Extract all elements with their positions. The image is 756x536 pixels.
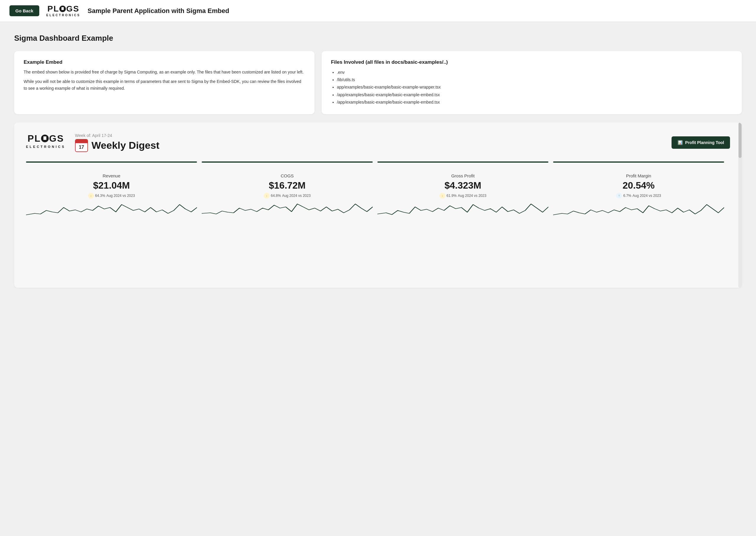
divider-1: [26, 161, 197, 163]
embed-logo-subtitle: ELECTRONICS: [26, 145, 66, 149]
example-embed-body: The embed shown below is provided free o…: [24, 69, 305, 91]
sparkline: [377, 202, 548, 219]
embed-week-label: Week of: April 17-24: [75, 133, 662, 138]
metric-value: 20.54%: [623, 180, 655, 191]
metric-card-profit-margin: Profit Margin 20.54% ↑ 6.7% Aug 2024 vs …: [553, 171, 724, 222]
profit-tool-icon: 📊: [677, 140, 683, 145]
sparkline: [26, 202, 197, 219]
calendar-day-number: 17: [76, 143, 87, 151]
metric-label: Profit Margin: [626, 173, 651, 178]
metric-value: $4.323M: [444, 180, 481, 191]
logo-gs: GS: [66, 5, 79, 13]
logo-plug-icon: [59, 6, 66, 12]
file-list-item: .env: [337, 69, 732, 76]
calendar-top-bar: [76, 140, 87, 143]
file-list-item: /lib/utils.ts: [337, 76, 732, 84]
change-badge: ↓: [439, 193, 445, 199]
profit-planning-tool-button[interactable]: 📊 Profit Planning Tool: [671, 136, 730, 149]
embed-digest-area: Week of: April 17-24 17 Weekly Digest: [75, 133, 662, 152]
metric-value: $21.04M: [93, 180, 130, 191]
logo-pl: PL: [48, 5, 59, 13]
embed-digest-title-row: 17 Weekly Digest: [75, 139, 662, 152]
file-list-item: /app/examples/basic-example/basic-exampl…: [337, 99, 732, 106]
scrollbar[interactable]: [738, 122, 742, 288]
embed-logo-plug-icon: [41, 135, 49, 142]
change-badge: ↓: [88, 193, 94, 199]
embed-digest-label: Weekly Digest: [91, 140, 159, 151]
main-content: Sigma Dashboard Example Example Embed Th…: [0, 22, 756, 300]
change-badge: ↑: [616, 193, 622, 199]
logo-wordmark: PLGS: [48, 5, 80, 13]
example-embed-p2: While you will not be able to customize …: [24, 78, 305, 91]
metric-change: ↑ 6.7% Aug 2024 vs 2023: [616, 193, 661, 199]
metric-label: Gross Profit: [451, 173, 475, 178]
change-badge: ↓: [264, 193, 270, 199]
metric-label: Revenue: [102, 173, 120, 178]
change-percent: 6.7%: [623, 194, 631, 198]
sparkline: [202, 202, 373, 219]
metric-card-cogs: COGS $16.72M ↓ 64.8% Aug 2024 vs 2023: [202, 171, 373, 222]
files-list: .env/lib/utils.tsapp/examples/basic-exam…: [331, 69, 732, 106]
embed-header: PLGS ELECTRONICS Week of: April 17-24 17…: [26, 133, 730, 152]
header: Go Back PLGS ELECTRONICS Sample Parent A…: [0, 0, 756, 22]
embed-logo-pl: PL: [27, 133, 41, 144]
embed-panel: PLGS ELECTRONICS Week of: April 17-24 17…: [14, 122, 742, 288]
profit-tool-label: Profit Planning Tool: [685, 140, 724, 145]
dividers-row: [26, 161, 730, 163]
change-period: Aug 2024 vs 2023: [282, 194, 311, 198]
metric-change: ↓ 64.3% Aug 2024 vs 2023: [88, 193, 135, 199]
metrics-row: Revenue $21.04M ↓ 64.3% Aug 2024 vs 2023…: [26, 171, 730, 222]
files-card-title: Files Involved (all files in docs/basic-…: [331, 59, 732, 65]
metric-change: ↓ 64.8% Aug 2024 vs 2023: [264, 193, 311, 199]
metric-value: $16.72M: [269, 180, 306, 191]
change-percent: 64.8%: [271, 194, 281, 198]
divider-2: [202, 161, 373, 163]
app-title: Sample Parent Application with Sigma Emb…: [88, 7, 229, 15]
sparkline: [553, 202, 724, 219]
file-list-item: app/examples/basic-example/basic-example…: [337, 84, 732, 91]
info-cards-row: Example Embed The embed shown below is p…: [14, 51, 742, 114]
change-period: Aug 2024 vs 2023: [633, 194, 661, 198]
embed-logo-gs: GS: [49, 133, 64, 144]
logo-subtitle: ELECTRONICS: [46, 14, 81, 17]
change-percent: 61.9%: [447, 194, 457, 198]
page-title: Sigma Dashboard Example: [14, 34, 742, 43]
example-embed-card: Example Embed The embed shown below is p…: [14, 51, 315, 114]
scrollbar-thumb[interactable]: [739, 122, 741, 158]
metric-card-gross-profit: Gross Profit $4.323M ↓ 61.9% Aug 2024 vs…: [377, 171, 548, 222]
embed-logo-wordmark: PLGS: [27, 133, 64, 144]
change-period: Aug 2024 vs 2023: [106, 194, 135, 198]
company-logo: PLGS ELECTRONICS: [46, 5, 81, 17]
file-list-item: /app/examples/basic-example/basic-exampl…: [337, 91, 732, 99]
calendar-icon: 17: [75, 139, 88, 152]
go-back-button[interactable]: Go Back: [10, 5, 39, 16]
embed-logo: PLGS ELECTRONICS: [26, 133, 66, 149]
metric-card-revenue: Revenue $21.04M ↓ 64.3% Aug 2024 vs 2023: [26, 171, 197, 222]
example-embed-p1: The embed shown below is provided free o…: [24, 69, 305, 75]
metric-change: ↓ 61.9% Aug 2024 vs 2023: [439, 193, 486, 199]
divider-4: [553, 161, 724, 163]
change-period: Aug 2024 vs 2023: [458, 194, 486, 198]
divider-3: [377, 161, 548, 163]
change-percent: 64.3%: [95, 194, 105, 198]
files-card: Files Involved (all files in docs/basic-…: [322, 51, 742, 114]
example-embed-title: Example Embed: [24, 59, 305, 65]
metric-label: COGS: [281, 173, 293, 178]
